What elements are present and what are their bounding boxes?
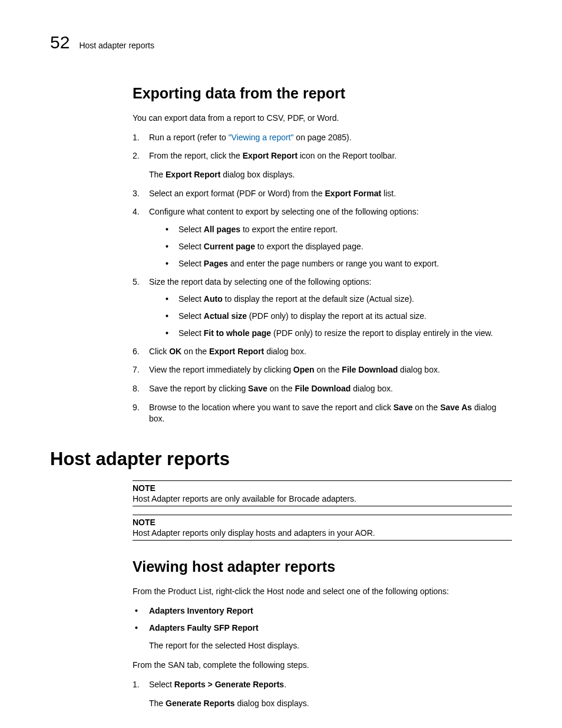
bold: Fit to whole page [204, 328, 271, 338]
heading-viewing-host-adapter: Viewing host adapter reports [133, 558, 512, 575]
list-item: Select Pages and enter the page numbers … [166, 258, 512, 269]
text: Select [178, 294, 204, 304]
step-marker: 3. [133, 188, 140, 200]
section-host-adapter: NOTE Host Adapter reports are only avail… [133, 480, 512, 710]
text: Select [178, 311, 204, 321]
step-marker: 1. [133, 679, 140, 691]
step-3: 3. Select an export format (PDF or Word)… [133, 188, 512, 200]
bold: Generate Reports [166, 699, 234, 708]
note-label: NOTE [133, 483, 512, 493]
text: Select [178, 242, 204, 251]
step-marker: 9. [133, 402, 140, 414]
text: Select [178, 328, 204, 338]
text: to export the entire report. [240, 225, 338, 234]
text: (PDF only) to resize the report to displ… [271, 328, 493, 338]
step-6: 6. Click OK on the Export Report dialog … [133, 346, 512, 358]
bold: Export Report [209, 347, 264, 356]
bold: File Download [295, 384, 351, 393]
step-marker: 2. [133, 150, 140, 162]
step-5: 5. Size the report data by selecting one… [133, 276, 512, 339]
bold: OK [169, 347, 181, 356]
text: on the [412, 403, 440, 412]
text: From the report, click the [149, 151, 243, 160]
substep: The Generate Reports dialog box displays… [149, 698, 512, 710]
list-item: Adapters Faulty SFP Report The report fo… [133, 622, 512, 652]
text: (PDF only) to display the report at its … [247, 311, 427, 321]
step-9: 9. Browse to the location where you want… [133, 402, 512, 425]
bold: Export Report [243, 151, 297, 160]
link-viewing-a-report[interactable]: "Viewing a report" [229, 133, 294, 142]
note-label: NOTE [133, 518, 512, 527]
bold: Save [248, 384, 267, 393]
text: Select [178, 225, 204, 234]
text: Size the report data by selecting one of… [149, 277, 371, 286]
divider [133, 480, 512, 481]
sub-bullets: Select Auto to display the report at the… [166, 294, 512, 339]
options-list: Adapters Inventory Report Adapters Fault… [133, 605, 512, 652]
text: Click [149, 347, 169, 356]
step-marker: 6. [133, 346, 140, 358]
text: . [284, 680, 286, 689]
step-4: 4. Configure what content to export by s… [133, 206, 512, 269]
text: Save the report by clicking [149, 384, 248, 393]
step-marker: 8. [133, 383, 140, 395]
intro-text: You can export data from a report to CSV… [133, 113, 512, 124]
step-marker: 7. [133, 364, 140, 376]
text: dialog box displays. [220, 170, 295, 179]
step-marker: 4. [133, 206, 140, 218]
text: on the [267, 384, 295, 393]
text: on the [315, 365, 342, 374]
bold: Current page [204, 242, 255, 251]
text: View the report immediately by clicking [149, 365, 293, 374]
list-item: Select All pages to export the entire re… [166, 224, 512, 235]
text: icon on the Report toolbar. [297, 151, 396, 160]
bold: Open [293, 365, 315, 374]
heading-host-adapter-reports: Host adapter reports [50, 449, 512, 470]
bold: Export Report [166, 170, 220, 179]
bold: Reports > Generate Reports [174, 680, 284, 689]
divider [133, 540, 512, 541]
text: The [149, 699, 166, 708]
step-1: 1. Run a report (refer to "Viewing a rep… [133, 132, 512, 144]
divider [133, 515, 512, 515]
bold: Adapters Faulty SFP Report [149, 623, 259, 633]
step-7: 7. View the report immediately by clicki… [133, 364, 512, 376]
sub-bullets: Select All pages to export the entire re… [166, 224, 512, 269]
bold: All pages [204, 225, 240, 234]
list-item: Select Actual size (PDF only) to display… [166, 311, 512, 322]
text: Select [178, 259, 204, 268]
paragraph: From the SAN tab, complete the following… [133, 660, 512, 671]
bold: Export Format [325, 189, 382, 198]
list-item: Adapters Inventory Report [133, 605, 512, 617]
step-marker: 5. [133, 276, 140, 288]
bold: Auto [204, 294, 223, 304]
page-number: 52 [50, 32, 70, 52]
bold: Save [394, 403, 413, 412]
step-8: 8. Save the report by clicking Save on t… [133, 383, 512, 395]
step-marker: 1. [133, 132, 140, 144]
text: to display the report at the default siz… [223, 294, 414, 304]
steps-list: 1. Run a report (refer to "Viewing a rep… [133, 132, 512, 425]
paragraph: From the Product List, right-click the H… [133, 586, 512, 597]
text: to export the displayed page. [255, 242, 363, 251]
text: Run a report (refer to [149, 133, 229, 142]
text: and enter the page numbers or range you … [228, 259, 439, 268]
text: dialog box. [398, 365, 440, 374]
steps-list-2: 1. Select Reports > Generate Reports. Th… [133, 679, 512, 709]
list-item: Select Current page to export the displa… [166, 241, 512, 252]
text: on page 2085). [293, 133, 351, 142]
text: list. [381, 189, 396, 198]
note-block-1: NOTE Host Adapter reports are only avail… [133, 480, 512, 506]
page: 52 Host adapter reports Exporting data f… [0, 0, 562, 728]
note-block-2: NOTE Host Adapter reports only display h… [133, 515, 512, 541]
text: Select an export format (PDF or Word) fr… [149, 189, 325, 198]
list-item: Select Fit to whole page (PDF only) to r… [166, 328, 512, 339]
text: The [149, 170, 166, 179]
heading-exporting: Exporting data from the report [133, 85, 512, 102]
text: Select [149, 680, 174, 689]
bold: File Download [342, 365, 398, 374]
text: Configure what content to export by sele… [149, 207, 419, 216]
step-1: 1. Select Reports > Generate Reports. Th… [133, 679, 512, 709]
divider [133, 506, 512, 506]
running-head: 52 Host adapter reports [50, 32, 512, 52]
